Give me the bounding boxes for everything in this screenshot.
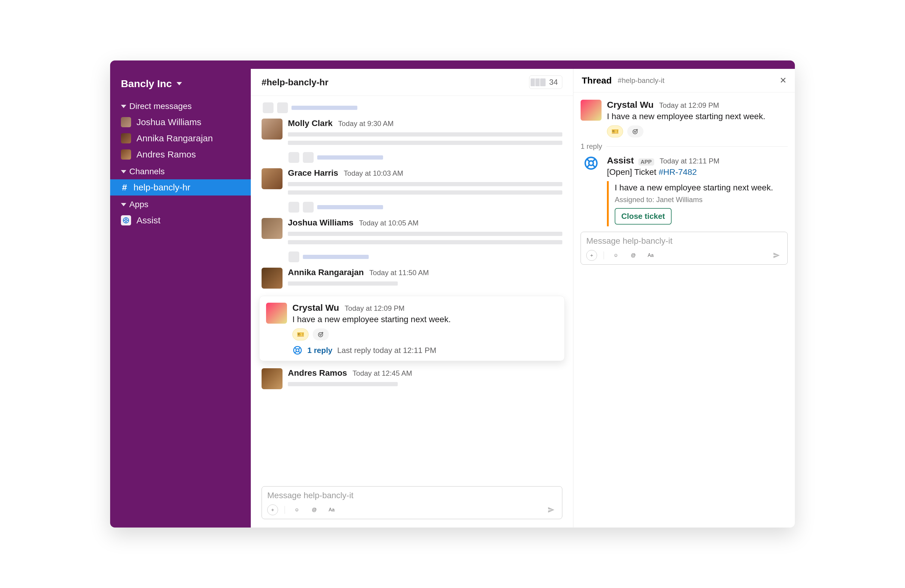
message-author: Andres Ramos [288, 368, 347, 378]
composer-input[interactable] [586, 236, 782, 246]
svg-point-8 [634, 131, 635, 132]
divider [284, 506, 285, 514]
text-placeholder [288, 240, 562, 244]
thread-reply-link[interactable]: 1 reply [307, 346, 332, 355]
avatar [262, 119, 283, 140]
channel-members-chip[interactable]: 34 [529, 75, 562, 89]
svg-point-1 [125, 219, 127, 222]
mention-button[interactable]: @ [628, 250, 639, 261]
caret-down-icon [121, 203, 126, 206]
channel-messages[interactable]: Molly Clark Today at 9:30 AM Grace Harri… [251, 96, 573, 483]
text-placeholder [288, 232, 562, 236]
thread-pane: Thread #help-bancly-it ✕ Crystal Wu Toda… [573, 69, 795, 528]
app-name: Assist [137, 215, 160, 226]
add-reaction-button[interactable] [627, 126, 643, 137]
avatar [262, 368, 283, 389]
text-placeholder [288, 281, 398, 286]
system-placeholder [251, 99, 573, 114]
svg-point-9 [635, 131, 636, 132]
dm-name: Annika Rangarajan [137, 133, 213, 143]
ticket-link[interactable]: #HR-7482 [659, 167, 697, 176]
send-button[interactable] [546, 504, 557, 515]
sidebar-dm-joshua[interactable]: Joshua Williams [110, 114, 251, 130]
dm-name: Andres Ramos [137, 149, 196, 160]
close-ticket-button[interactable]: Close ticket [615, 208, 672, 224]
system-placeholder [251, 199, 573, 214]
formatting-button[interactable]: Aa [645, 250, 656, 261]
reaction-ticket-emoji[interactable]: 🎫 [292, 329, 308, 340]
system-placeholder [251, 248, 573, 264]
caret-down-icon [121, 105, 126, 108]
sidebar-app-assist[interactable]: Assist [110, 212, 251, 229]
window-titlebar [110, 60, 795, 69]
message-text: I have a new employee starting next week… [292, 315, 558, 324]
channel-name: help-bancly-hr [133, 182, 191, 192]
attach-button[interactable]: ＋ [267, 504, 278, 515]
avatar [581, 100, 602, 121]
channel-header: #help-bancly-hr 34 [251, 69, 573, 96]
thread-body[interactable]: Crystal Wu Today at 12:09 PM I have a ne… [573, 92, 795, 528]
sidebar-dm-andres[interactable]: Andres Ramos [110, 146, 251, 162]
text-placeholder [288, 141, 562, 145]
svg-point-11 [589, 161, 593, 165]
text-placeholder [288, 382, 398, 386]
sidebar: Bancly Inc Direct messages Joshua Willia… [110, 69, 251, 528]
slack-window: Bancly Inc Direct messages Joshua Willia… [110, 60, 795, 528]
message-author: Annika Rangarajan [288, 268, 364, 277]
svg-point-4 [321, 334, 321, 335]
sidebar-dm-annika[interactable]: Annika Rangarajan [110, 130, 251, 146]
chevron-down-icon [176, 82, 182, 85]
dm-section-toggle[interactable]: Direct messages [110, 97, 251, 114]
ticket-assigned: Assigned to: Janet Williams [615, 195, 788, 204]
ticket-quote-block: I have a new employee starting next week… [607, 181, 788, 226]
message-time: Today at 11:50 AM [369, 269, 429, 277]
thread-subtitle: #help-bancly-it [618, 76, 664, 85]
svg-point-7 [633, 130, 637, 134]
message-time: Today at 12:11 PM [660, 157, 719, 165]
avatar [262, 268, 283, 289]
channels-section-toggle[interactable]: Channels [110, 162, 251, 180]
add-reaction-button[interactable] [313, 329, 329, 340]
message-row[interactable]: Grace Harris Today at 10:03 AM [251, 164, 573, 199]
reaction-ticket-emoji[interactable]: 🎫 [607, 126, 623, 137]
message-text: I have a new employee starting next week… [607, 112, 788, 121]
svg-point-6 [296, 349, 299, 352]
mention-button[interactable]: @ [309, 504, 320, 515]
message-author: Crystal Wu [292, 303, 339, 313]
divider [607, 146, 788, 147]
sidebar-channel-help-bancly-hr[interactable]: # help-bancly-hr [110, 180, 251, 195]
workspace-switcher[interactable]: Bancly Inc [110, 69, 251, 97]
emoji-button[interactable]: ☺ [292, 504, 302, 515]
emoji-button[interactable]: ☺ [611, 250, 621, 261]
avatar [121, 149, 131, 160]
svg-point-2 [318, 333, 323, 337]
message-row[interactable]: Molly Clark Today at 9:30 AM [251, 114, 573, 149]
dm-section-label: Direct messages [129, 102, 192, 111]
message-time: Today at 9:30 AM [338, 119, 394, 127]
message-composer[interactable]: ＋ ☺ @ Aa [262, 486, 562, 519]
thread-last-reply: Last reply today at 12:11 PM [337, 346, 437, 355]
system-placeholder [251, 149, 573, 164]
formatting-button[interactable]: Aa [326, 504, 337, 515]
hash-icon: # [121, 182, 128, 192]
close-thread-button[interactable]: ✕ [780, 76, 786, 85]
message-time: Today at 12:09 PM [345, 304, 405, 312]
thread-composer[interactable]: ＋ ☺ @ Aa [581, 232, 788, 265]
message-row[interactable]: Andres Ramos Today at 12:45 AM [251, 364, 573, 393]
text-placeholder [288, 182, 562, 186]
channel-title[interactable]: #help-bancly-hr [262, 77, 328, 87]
avatar [262, 168, 283, 189]
message-row[interactable]: Annika Rangarajan Today at 11:50 AM [251, 264, 573, 293]
attach-button[interactable]: ＋ [586, 250, 597, 261]
assist-app-icon [121, 215, 131, 226]
message-card-highlight[interactable]: Crystal Wu Today at 12:09 PM I have a ne… [259, 296, 565, 361]
send-button[interactable] [771, 250, 782, 261]
composer-input[interactable] [267, 491, 557, 500]
text-placeholder [288, 132, 562, 137]
thread-title: Thread [582, 75, 612, 86]
channels-section-label: Channels [129, 167, 165, 176]
apps-section-toggle[interactable]: Apps [110, 195, 251, 212]
message-author: Molly Clark [288, 119, 332, 128]
message-time: Today at 10:03 AM [344, 169, 403, 177]
message-row[interactable]: Joshua Williams Today at 10:05 AM [251, 214, 573, 248]
